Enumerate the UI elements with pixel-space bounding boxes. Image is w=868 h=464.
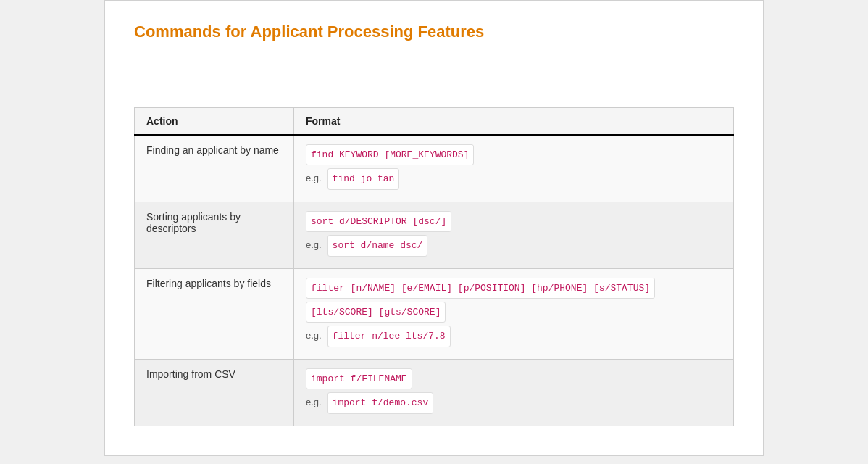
format-command: import f/FILENAME	[306, 368, 412, 389]
format-cell: import f/FILENAME e.g. import f/demo.csv	[294, 359, 734, 426]
example-line: e.g. import f/demo.csv	[306, 392, 722, 413]
format-line: sort d/DESCRIPTOR [dsc/]	[306, 211, 722, 232]
format-cell: sort d/DESCRIPTOR [dsc/] e.g. sort d/nam…	[294, 202, 734, 268]
format-command: filter [n/NAME] [e/EMAIL] [p/POSITION] […	[306, 278, 655, 299]
table-row: Filtering applicants by fields filter [n…	[135, 268, 734, 359]
page-title: Commands for Applicant Processing Featur…	[134, 22, 734, 41]
action-cell: Filtering applicants by fields	[135, 268, 294, 359]
action-label: Filtering applicants by fields	[146, 278, 271, 289]
table-row: Finding an applicant by name find KEYWOR…	[135, 135, 734, 202]
action-label: Importing from CSV	[146, 368, 235, 380]
example-command: import f/demo.csv	[327, 392, 434, 413]
example-label: e.g.	[306, 173, 322, 183]
table-row: Sorting applicants by descriptors sort d…	[135, 202, 734, 268]
action-label: Sorting applicants by descriptors	[146, 211, 241, 234]
format-cell: find KEYWORD [MORE_KEYWORDS] e.g. find j…	[294, 135, 734, 202]
section-bottom: Action Format Finding an applicant by na…	[104, 78, 764, 456]
action-cell: Importing from CSV	[135, 359, 294, 426]
example-command: find jo tan	[327, 168, 400, 189]
format-cell: filter [n/NAME] [e/EMAIL] [p/POSITION] […	[294, 268, 734, 359]
action-cell: Sorting applicants by descriptors	[135, 202, 294, 268]
example-command: sort d/name dsc/	[327, 235, 428, 256]
format-command: sort d/DESCRIPTOR [dsc/]	[306, 211, 451, 232]
format-line: filter [n/NAME] [e/EMAIL] [p/POSITION] […	[306, 278, 722, 299]
example-command: filter n/lee lts/7.8	[327, 326, 451, 347]
commands-table: Action Format Finding an applicant by na…	[134, 107, 734, 426]
table-header-row: Action Format	[135, 108, 734, 136]
table-row: Importing from CSV import f/FILENAME e.g…	[135, 359, 734, 426]
column-header-format: Format	[294, 108, 734, 136]
column-header-action: Action	[135, 108, 294, 136]
action-label: Finding an applicant by name	[146, 144, 279, 156]
example-line: e.g. filter n/lee lts/7.8	[306, 326, 722, 347]
format-line-2: [lts/SCORE] [gts/SCORE]	[306, 302, 722, 323]
format-line: find KEYWORD [MORE_KEYWORDS]	[306, 144, 722, 165]
action-cell: Finding an applicant by name	[135, 135, 294, 202]
section-top: Commands for Applicant Processing Featur…	[104, 0, 764, 78]
example-label: e.g.	[306, 397, 322, 407]
format-command-2: [lts/SCORE] [gts/SCORE]	[306, 302, 446, 323]
example-line: e.g. find jo tan	[306, 168, 722, 189]
format-command: find KEYWORD [MORE_KEYWORDS]	[306, 144, 474, 165]
example-label: e.g.	[306, 239, 322, 250]
format-line: import f/FILENAME	[306, 368, 722, 389]
example-label: e.g.	[306, 330, 322, 341]
content-area: Commands for Applicant Processing Featur…	[0, 0, 868, 456]
page-wrapper: Commands for Applicant Processing Featur…	[0, 0, 868, 464]
example-line: e.g. sort d/name dsc/	[306, 235, 722, 256]
